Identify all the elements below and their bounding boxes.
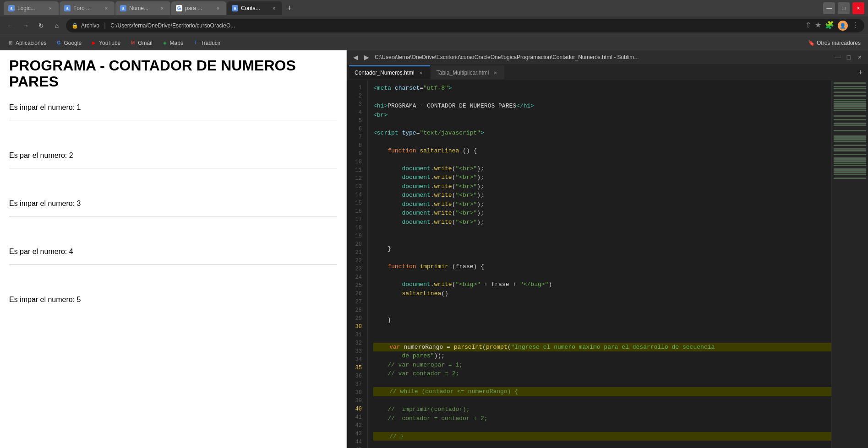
browser-viewport[interactable]: PROGRAMA - CONTADOR DE NUMEROS PARES Es … bbox=[0, 50, 347, 448]
other-bookmarks[interactable]: 🔖 Otros marcadores bbox=[804, 38, 864, 48]
editor-maximize-button[interactable]: □ bbox=[844, 53, 853, 62]
editor-close-button[interactable]: × bbox=[855, 53, 864, 62]
code-text-18 bbox=[373, 236, 377, 245]
tab-favicon-2: a bbox=[64, 5, 71, 11]
code-text-34 bbox=[373, 378, 377, 388]
bookmark-gmail[interactable]: M Gmail bbox=[126, 38, 156, 48]
line-number-17: 17 bbox=[351, 216, 362, 224]
address-label: Archivo bbox=[81, 22, 99, 29]
new-tab-button[interactable]: + bbox=[283, 2, 296, 15]
bookmark-aplicaciones[interactable]: ⊞ Aplicaciones bbox=[4, 38, 50, 48]
minimap-line-55 bbox=[834, 181, 866, 183]
bookmark-maps[interactable]: ◈ Maps bbox=[158, 38, 187, 48]
share-icon[interactable]: ⇧ bbox=[805, 21, 811, 31]
bookmark-youtube[interactable]: ▶ YouTube bbox=[87, 38, 124, 48]
reload-button[interactable]: ↻ bbox=[35, 19, 48, 32]
forward-button[interactable]: → bbox=[19, 19, 32, 32]
code-text-13: document.write("<br>"); bbox=[373, 191, 484, 200]
minimap-line-54 bbox=[834, 179, 866, 181]
entry-1-text: Es impar el numero: 1 bbox=[9, 99, 337, 116]
tab-close-3[interactable]: × bbox=[158, 5, 166, 12]
editor-tab-tabla-close[interactable]: × bbox=[491, 69, 499, 76]
minimap-line-31 bbox=[834, 137, 866, 139]
editor-tab-contador-close[interactable]: × bbox=[417, 69, 425, 76]
line-number-44: 44 bbox=[351, 438, 362, 446]
code-line-41 bbox=[373, 441, 831, 448]
tab-label-1: Logic... bbox=[17, 5, 35, 11]
bookmark-gmail-label: Gmail bbox=[138, 40, 152, 46]
gmail-icon: M bbox=[130, 40, 136, 46]
line-number-25: 25 bbox=[351, 281, 362, 290]
line-number-7: 7 bbox=[351, 133, 362, 141]
tab-close-2[interactable]: × bbox=[103, 5, 110, 12]
google-icon: G bbox=[55, 40, 62, 46]
back-button[interactable]: ← bbox=[4, 19, 16, 32]
line-numbers: 1234567891011121314151617181920212223242… bbox=[347, 80, 368, 448]
line-number-5: 5 bbox=[351, 117, 362, 125]
tab-close-5[interactable]: × bbox=[270, 5, 278, 12]
address-input[interactable] bbox=[110, 22, 802, 29]
code-line-28 bbox=[373, 325, 831, 334]
line-number-29: 29 bbox=[351, 314, 362, 323]
tab-conta[interactable]: a Conta... × bbox=[227, 1, 282, 15]
code-text-41 bbox=[373, 441, 377, 448]
line-number-19: 19 bbox=[351, 232, 362, 240]
bookmark-google[interactable]: G Google bbox=[52, 38, 85, 48]
editor-tab-tabla[interactable]: Tabla_Multiplicar.html × bbox=[431, 65, 505, 79]
line-number-26: 26 bbox=[351, 290, 362, 298]
tab-logic[interactable]: a Logic... × bbox=[4, 1, 59, 15]
close-button[interactable]: × bbox=[852, 2, 864, 14]
window-controls: — □ × bbox=[823, 2, 864, 14]
line-number-35: 35 bbox=[351, 364, 362, 372]
line-number-9: 9 bbox=[351, 150, 362, 158]
maximize-button[interactable]: □ bbox=[838, 2, 850, 14]
code-text-8: function saltarLinea () { bbox=[373, 146, 477, 156]
entry-2-text: Es par el numero: 2 bbox=[9, 147, 337, 164]
editor-minimize-button[interactable]: — bbox=[833, 53, 842, 62]
editor-back-button[interactable]: ◀ bbox=[351, 53, 360, 62]
code-line-11: document.write("<br>"); bbox=[373, 173, 831, 182]
minimap-line-20 bbox=[834, 117, 866, 119]
tab-nume[interactable]: a Nume... × bbox=[115, 1, 170, 15]
entry-4-text: Es par el numero: 4 bbox=[9, 243, 337, 260]
bookmark-traducir[interactable]: T Traducir bbox=[189, 38, 224, 48]
editor-forward-button[interactable]: ▶ bbox=[362, 53, 371, 62]
minimap-line-13 bbox=[834, 104, 866, 106]
code-content[interactable]: <meta charset="utf-8"> <h1>PROGRAMA - CO… bbox=[368, 80, 831, 448]
address-bar[interactable]: 🔒 Archivo | ⇧ ★ 🧩 👤 ⋮ bbox=[66, 19, 864, 32]
minimap-line-37 bbox=[834, 148, 866, 150]
maps-icon: ◈ bbox=[162, 40, 168, 46]
line-number-21: 21 bbox=[351, 248, 362, 257]
minimap-line-53 bbox=[834, 178, 866, 179]
profile-icon[interactable]: 👤 bbox=[838, 21, 848, 31]
code-line-40: // } bbox=[373, 432, 831, 441]
code-line-37: // imprimir(contador); bbox=[373, 405, 831, 414]
minimap-line-15 bbox=[834, 108, 866, 109]
extensions-icon[interactable]: 🧩 bbox=[825, 21, 834, 31]
nav-bar: ← → ↻ ⌂ 🔒 Archivo | ⇧ ★ 🧩 👤 ⋮ bbox=[0, 16, 868, 35]
spacer-4 bbox=[9, 268, 337, 291]
code-editor[interactable]: 1234567891011121314151617181920212223242… bbox=[347, 80, 868, 448]
editor-add-tab-button[interactable]: + bbox=[855, 68, 866, 76]
tab-para[interactable]: G para ... × bbox=[171, 1, 226, 15]
minimap-line-24 bbox=[834, 124, 866, 126]
home-button[interactable]: ⌂ bbox=[50, 19, 63, 32]
minimap-line-51 bbox=[834, 174, 866, 175]
bookmark-star-icon[interactable]: ★ bbox=[815, 21, 821, 31]
tab-close-1[interactable]: × bbox=[47, 5, 54, 12]
code-line-32: // var numeropar = 1; bbox=[373, 361, 831, 370]
code-text-29 bbox=[373, 334, 377, 343]
minimap-line-11 bbox=[834, 101, 866, 102]
code-text-19: } bbox=[373, 244, 391, 254]
editor-tab-contador[interactable]: Contador_Numeros.html × bbox=[349, 65, 430, 79]
line-number-34: 34 bbox=[351, 356, 362, 364]
code-text-12: document.write("<br>"); bbox=[373, 182, 484, 191]
minimap-line-49 bbox=[834, 170, 866, 172]
tab-foro[interactable]: a Foro ... × bbox=[60, 1, 115, 15]
editor-title-bar: ◀ ▶ C:\Users\ferna\OneDrive\Escritorio\c… bbox=[347, 50, 868, 64]
minimap-line-48 bbox=[834, 168, 866, 170]
code-line-19: } bbox=[373, 244, 831, 254]
minimize-button[interactable]: — bbox=[823, 2, 835, 14]
tab-close-4[interactable]: × bbox=[214, 5, 222, 12]
menu-icon[interactable]: ⋮ bbox=[852, 21, 859, 31]
